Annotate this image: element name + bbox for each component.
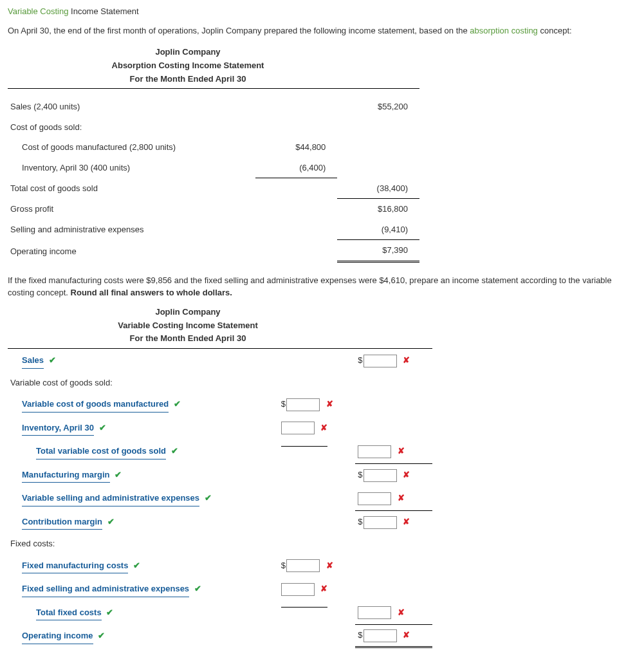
table-row: Fixed costs: (8, 534, 432, 554)
table-row: Inventory, April 30 (400 units) (6,400) (8, 158, 419, 178)
check-icon: ✔ (194, 584, 201, 593)
table-row: Operating income $7,390 (8, 240, 419, 262)
intro-paragraph: On April 30, the end of the first month … (8, 24, 636, 37)
row-amount: (38,400) (337, 178, 419, 199)
table-row: Manufacturing margin ✔ $ ✘ (8, 463, 432, 487)
table-row: Fixed manufacturing costs ✔ $ ✘ (8, 554, 432, 578)
row-label: Sales (2,400 units) (8, 97, 255, 117)
check-icon: ✔ (106, 608, 113, 617)
cross-icon: ✘ (403, 470, 410, 479)
subtotal-rule (281, 445, 327, 447)
intro-text: On April 30, the end of the first month … (8, 26, 470, 35)
vcogm-dropdown[interactable]: Variable cost of goods manufactured (22, 396, 169, 413)
cross-icon: ✘ (398, 608, 405, 617)
dollar-sign: $ (358, 355, 362, 365)
dollar-sign: $ (281, 561, 286, 570)
vsae-amount-input[interactable] (358, 492, 391, 505)
cross-icon: ✘ (326, 561, 333, 570)
row-label: Total cost of goods sold (8, 178, 255, 199)
title-link-part: Variable Costing (8, 6, 68, 16)
row-amount: (9,410) (337, 219, 419, 240)
table-row: Total cost of goods sold (38,400) (8, 178, 419, 199)
row-amount: $55,200 (337, 97, 419, 117)
check-icon: ✔ (115, 470, 122, 479)
table-row: Gross profit $16,800 (8, 199, 419, 219)
fmc-amount-input[interactable] (286, 559, 320, 572)
table-row: Inventory, April 30 ✔ ✘ (8, 416, 432, 440)
cmargin-amount-input[interactable] (363, 516, 397, 529)
table-row: Fixed selling and administrative expense… (8, 577, 432, 601)
check-icon: ✔ (98, 631, 105, 640)
row-label: Cost of goods sold: (8, 117, 255, 138)
instruction-bold: Round all final answers to whole dollars… (71, 288, 232, 297)
fsae-dropdown[interactable]: Fixed selling and administrative expense… (22, 581, 189, 597)
cross-icon: ✘ (403, 355, 410, 365)
vcogm-amount-input[interactable] (286, 398, 320, 411)
page-title: Variable Costing Income Statement (8, 5, 636, 18)
row-label: Operating income (8, 240, 255, 262)
statement-name: Absorption Costing Income Statement (8, 59, 368, 73)
inventory-dropdown[interactable]: Inventory, April 30 (22, 420, 94, 436)
table-row: Sales ✔ $ ✘ (8, 349, 432, 373)
table-row: Variable cost of goods manufactured ✔ $ … (8, 393, 432, 416)
fsae-amount-input[interactable] (281, 583, 315, 596)
table-row: Variable selling and administrative expe… (8, 487, 432, 510)
row-label: Gross profit (8, 199, 255, 219)
statement-name: Variable Costing Income Statement (8, 319, 368, 333)
row-amount: $7,390 (337, 240, 419, 262)
oi-amount-input[interactable] (363, 629, 397, 642)
table-row: Total fixed costs ✔ ✘ (8, 601, 432, 625)
vsae-dropdown[interactable]: Variable selling and administrative expe… (22, 490, 199, 506)
row-label: Variable cost of goods sold: (8, 373, 279, 393)
variable-statement-heading: Joplin Company Variable Costing Income S… (8, 306, 368, 346)
sales-dropdown[interactable]: Sales (22, 353, 44, 369)
fmc-dropdown[interactable]: Fixed manufacturing costs (22, 558, 128, 574)
check-icon: ✔ (49, 355, 56, 365)
table-row: Cost of goods sold: (8, 117, 419, 138)
row-label: Fixed costs: (8, 534, 279, 554)
mmargin-dropdown[interactable]: Manufacturing margin (22, 467, 110, 483)
sales-amount-input[interactable] (363, 355, 397, 367)
cross-icon: ✘ (320, 423, 327, 432)
row-amount: $16,800 (337, 199, 419, 219)
tvcogs-dropdown[interactable]: Total variable cost of goods sold (36, 443, 166, 459)
check-icon: ✔ (174, 399, 181, 409)
table-row: Selling and administrative expenses (9,4… (8, 219, 419, 240)
variable-form-table: Sales ✔ $ ✘ Variable cost of goods sold:… (8, 348, 432, 648)
period-line: For the Month Ended April 30 (8, 73, 368, 86)
check-icon: ✔ (99, 423, 106, 432)
check-icon: ✔ (171, 446, 178, 456)
row-label: Selling and administrative expenses (8, 219, 255, 240)
check-icon: ✔ (133, 561, 140, 570)
dollar-sign: $ (358, 517, 362, 526)
cmargin-dropdown[interactable]: Contribution margin (22, 514, 102, 530)
table-row: Operating income ✔ $ ✘ (8, 624, 432, 648)
company-name: Joplin Company (8, 306, 368, 319)
oi-dropdown[interactable]: Operating income (22, 628, 93, 644)
dollar-sign: $ (281, 399, 286, 409)
dollar-sign: $ (358, 630, 362, 640)
check-icon: ✔ (107, 517, 115, 526)
title-plain-part: Income Statement (68, 6, 138, 16)
instruction-paragraph: If the fixed manufacturing costs were $9… (8, 274, 636, 299)
mmargin-amount-input[interactable] (363, 469, 397, 482)
cross-icon: ✘ (398, 493, 405, 503)
tfc-amount-input[interactable] (358, 606, 391, 619)
row-amount: $44,800 (255, 137, 338, 158)
table-row: Variable cost of goods sold: (8, 373, 432, 393)
tfc-dropdown[interactable]: Total fixed costs (36, 605, 102, 621)
tvcogs-amount-input[interactable] (358, 445, 391, 458)
absorption-costing-link[interactable]: absorption costing (470, 26, 538, 35)
period-line: For the Month Ended April 30 (8, 332, 368, 346)
table-row: Contribution margin ✔ $ ✘ (8, 510, 432, 534)
row-amount: (6,400) (255, 158, 338, 178)
dollar-sign: $ (358, 470, 362, 479)
inventory-amount-input[interactable] (281, 422, 315, 434)
table-row: Total variable cost of goods sold ✔ ✘ (8, 440, 432, 463)
intro-text-post: concept: (538, 26, 572, 35)
cross-icon: ✘ (398, 446, 405, 456)
check-icon: ✔ (205, 493, 212, 503)
row-label: Inventory, April 30 (400 units) (8, 158, 255, 178)
absorption-statement-heading: Joplin Company Absorption Costing Income… (8, 46, 368, 86)
cross-icon: ✘ (326, 399, 333, 409)
